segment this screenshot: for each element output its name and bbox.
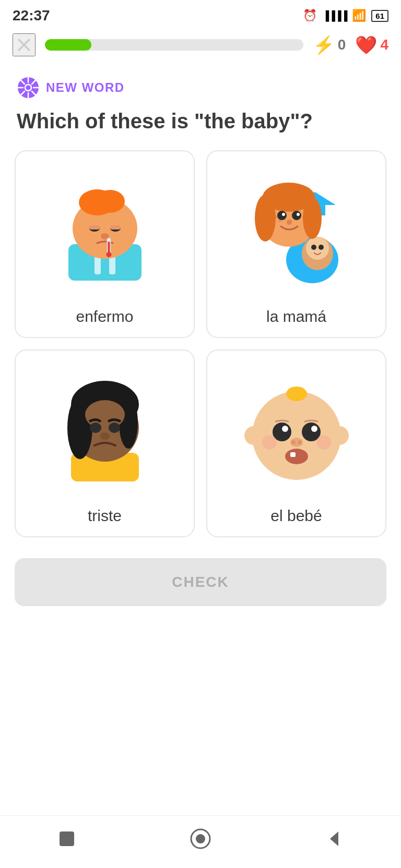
- el-bebe-svg: [244, 376, 349, 485]
- card-enfermo[interactable]: enfermo: [15, 150, 195, 338]
- bottom-nav: [0, 815, 401, 868]
- svg-marker-72: [330, 831, 338, 846]
- progress-bar: [45, 39, 303, 51]
- svg-point-17: [96, 190, 125, 213]
- card-triste[interactable]: triste: [15, 349, 195, 537]
- close-button[interactable]: [13, 33, 36, 56]
- svg-point-55: [286, 387, 307, 401]
- svg-point-71: [196, 834, 205, 843]
- status-bar: 22:37 ⏰ ▐▐▐▐ 📶 61: [0, 0, 401, 28]
- svg-point-63: [291, 440, 296, 444]
- signal-icon: ▐▐▐▐: [322, 10, 347, 21]
- triste-svg: [53, 376, 157, 485]
- svg-point-41: [282, 213, 285, 216]
- svg-rect-20: [89, 225, 100, 230]
- svg-rect-69: [60, 831, 74, 846]
- svg-point-43: [287, 220, 292, 225]
- svg-point-57: [330, 426, 349, 445]
- nav-square-button[interactable]: [53, 825, 80, 852]
- svg-point-35: [303, 197, 322, 239]
- question-text: Which of these is "the baby"?: [0, 104, 401, 150]
- new-word-section: NEW WORD: [0, 62, 401, 104]
- svg-point-29: [306, 237, 329, 260]
- close-icon: [16, 37, 32, 53]
- svg-point-68: [316, 435, 331, 450]
- battery-icon: 61: [371, 10, 388, 22]
- svg-point-65: [285, 449, 308, 464]
- check-btn-wrapper: CHECK: [0, 537, 401, 621]
- circle-icon: [189, 827, 212, 850]
- lightning-score: 0: [338, 37, 346, 53]
- svg-rect-25: [108, 242, 110, 253]
- card-triste-illustration: [24, 363, 185, 498]
- svg-point-51: [90, 423, 101, 433]
- check-button[interactable]: CHECK: [15, 558, 386, 606]
- svg-point-49: [119, 396, 138, 449]
- svg-point-42: [297, 213, 300, 216]
- new-word-label: NEW WORD: [46, 80, 125, 95]
- svg-point-31: [319, 245, 324, 250]
- card-el-bebe-label: el bebé: [270, 507, 322, 525]
- svg-point-53: [100, 432, 110, 440]
- card-enfermo-illustration: [24, 164, 185, 298]
- wifi-icon: 📶: [352, 9, 366, 22]
- svg-point-52: [109, 423, 120, 433]
- back-icon: [324, 828, 345, 849]
- new-word-icon: [17, 76, 40, 99]
- status-time: 22:37: [13, 7, 50, 24]
- nav-home-button[interactable]: [187, 825, 214, 852]
- svg-point-40: [292, 211, 301, 220]
- card-triste-label: triste: [88, 507, 122, 525]
- svg-rect-66: [290, 452, 296, 457]
- la-mama-svg: [244, 176, 349, 286]
- svg-point-67: [262, 435, 277, 450]
- svg-point-60: [282, 426, 288, 432]
- svg-point-54: [252, 391, 341, 480]
- lightning-section: ⚡ 0: [313, 34, 346, 55]
- svg-rect-21: [110, 225, 121, 230]
- card-el-bebe[interactable]: el bebé: [206, 349, 386, 537]
- top-bar: ⚡ 0 ❤️ 4: [0, 28, 401, 62]
- svg-point-39: [277, 211, 287, 220]
- enfermo-svg: [53, 176, 157, 286]
- status-icons: ⏰ ▐▐▐▐ 📶 61: [303, 9, 388, 22]
- heart-section: ❤️ 4: [355, 34, 388, 55]
- heart-count: 4: [380, 37, 388, 53]
- heart-icon: ❤️: [355, 34, 377, 55]
- card-el-bebe-illustration: [216, 363, 377, 498]
- card-la-mama[interactable]: la mamá: [206, 150, 386, 338]
- clock-icon: ⏰: [303, 9, 317, 22]
- square-icon: [56, 828, 77, 849]
- svg-point-64: [298, 440, 302, 444]
- svg-point-34: [255, 195, 276, 242]
- svg-point-61: [311, 426, 317, 432]
- nav-back-button[interactable]: [321, 825, 348, 852]
- svg-point-56: [244, 426, 263, 445]
- svg-point-30: [311, 245, 316, 250]
- cards-grid: enfermo: [0, 150, 401, 537]
- progress-bar-fill: [45, 39, 91, 51]
- card-la-mama-illustration: [216, 164, 377, 298]
- svg-point-48: [67, 396, 92, 459]
- lightning-icon: ⚡: [313, 34, 335, 55]
- score-section: ⚡ 0 ❤️ 4: [313, 34, 388, 55]
- card-enfermo-label: enfermo: [76, 308, 133, 326]
- card-la-mama-label: la mamá: [266, 308, 326, 326]
